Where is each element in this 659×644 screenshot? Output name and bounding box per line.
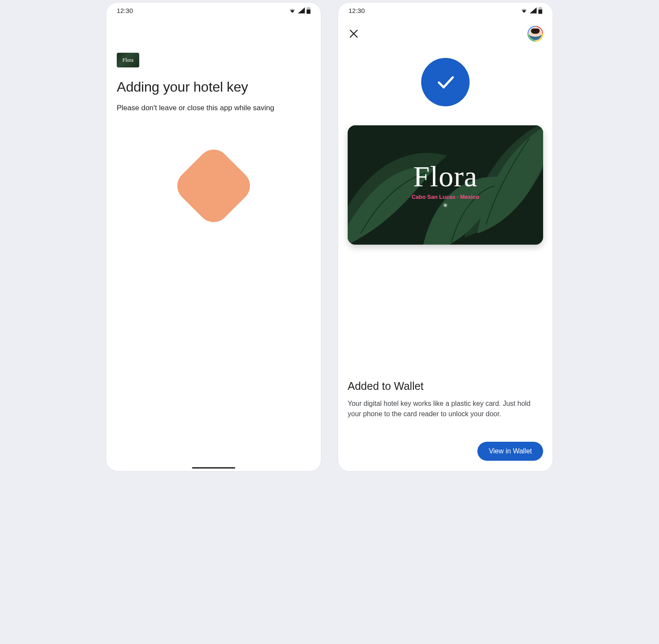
battery-icon	[307, 7, 310, 14]
result-description: Your digital hotel key works like a plas…	[348, 399, 543, 419]
battery-icon	[538, 7, 542, 14]
result-title: Added to Wallet	[348, 380, 543, 392]
cell-signal-icon	[298, 7, 305, 13]
account-avatar[interactable]	[528, 26, 543, 41]
status-icons	[520, 7, 542, 14]
phone-screen-adding: 12:30 Flora Adding your hotel key Please…	[106, 3, 321, 471]
status-time: 12:30	[117, 7, 133, 14]
view-in-wallet-button[interactable]: View in Wallet	[477, 442, 543, 461]
close-icon	[349, 29, 358, 38]
svg-rect-1	[538, 10, 542, 14]
cell-signal-icon	[530, 7, 537, 13]
status-bar: 12:30	[106, 3, 321, 18]
status-bar: 12:30	[338, 3, 553, 18]
close-button[interactable]	[348, 28, 360, 40]
hotel-location: Cabo San Lucas · Mexico	[412, 194, 479, 200]
hotel-brand-logo: Flora	[412, 162, 479, 191]
nav-handle-icon[interactable]	[192, 467, 235, 469]
checkmark-icon	[434, 70, 457, 94]
page-subtitle: Please don't leave or close this app whi…	[117, 104, 310, 112]
avatar-image	[529, 27, 542, 40]
phone-screen-added: 12:30	[338, 3, 553, 471]
spinner-icon	[171, 143, 256, 229]
hotel-card-thumbnail: Flora	[117, 53, 139, 67]
wifi-icon	[520, 7, 528, 13]
status-time: 12:30	[349, 7, 365, 14]
hotel-key-card[interactable]: Flora Cabo San Lucas · Mexico ✳	[348, 125, 543, 245]
svg-rect-0	[307, 10, 310, 14]
hotel-brand-mini: Flora	[122, 57, 133, 64]
success-badge	[421, 58, 470, 106]
page-title: Adding your hotel key	[117, 79, 310, 95]
wifi-icon	[288, 7, 296, 13]
sparkle-icon: ✳	[412, 202, 479, 209]
loading-indicator	[117, 156, 310, 216]
status-icons	[288, 7, 310, 14]
